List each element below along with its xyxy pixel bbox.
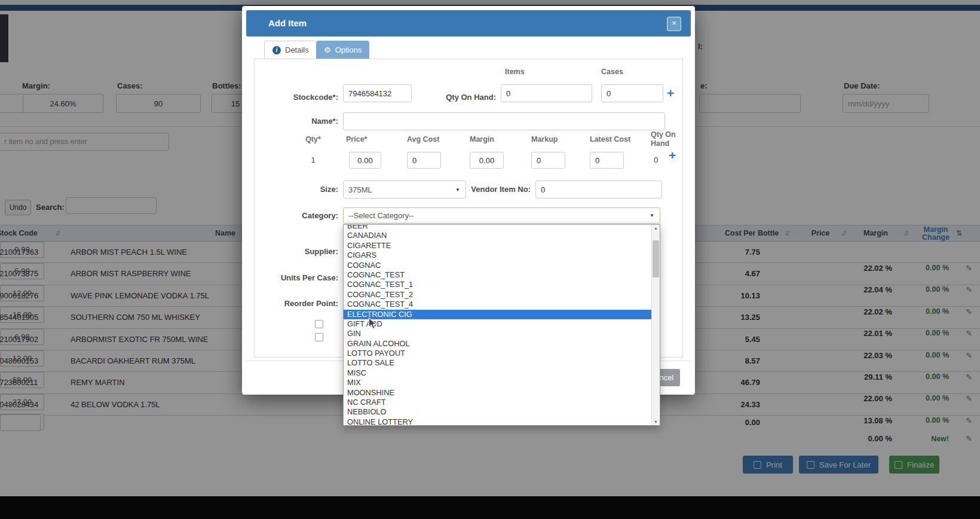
- category-option[interactable]: MIX: [344, 378, 652, 387]
- units-per-case-label: Units Per Case:: [243, 270, 338, 286]
- qty-value: 1: [301, 155, 325, 164]
- modal-title: Add Item: [268, 10, 307, 36]
- vendor-item-label: Vendor Item No:: [435, 181, 531, 199]
- category-option[interactable]: GIFT ADD: [344, 319, 652, 329]
- scrollbar-thumb[interactable]: [653, 240, 659, 277]
- cases-column-header: Cases: [601, 68, 623, 76]
- close-icon[interactable]: ×: [667, 17, 681, 31]
- markup-header: Markup: [531, 135, 558, 144]
- qty-on-hand-value: 0: [654, 155, 658, 164]
- category-dropdown-popup: BEER CANADIAN CIGARETTE CIGARS COGNAC CO…: [343, 224, 660, 426]
- category-option[interactable]: COGNAC_TEST_4: [344, 300, 652, 309]
- info-icon: i: [272, 46, 281, 54]
- avg-cost-header: Avg Cost: [407, 135, 439, 144]
- chevron-down-icon: ▼: [650, 213, 654, 218]
- latest-cost-header: Latest Cost: [590, 135, 630, 144]
- category-option[interactable]: COGNAC_TEST: [344, 270, 652, 280]
- category-option[interactable]: MOONSHINE: [344, 388, 652, 398]
- category-option[interactable]: LOTTO SALE: [344, 358, 652, 368]
- scroll-down-icon[interactable]: ▼: [652, 420, 660, 424]
- category-option[interactable]: CIGARETTE: [344, 241, 652, 251]
- category-select[interactable]: --Select Category-- ▼: [343, 207, 660, 224]
- avg-cost-input[interactable]: [407, 152, 441, 169]
- category-option[interactable]: CANADIAN: [344, 231, 652, 240]
- margin-header: Margin: [470, 135, 494, 144]
- tab-details[interactable]: i Details: [264, 41, 317, 59]
- supplier-label: Supplier:: [243, 243, 338, 260]
- option-checkbox-2[interactable]: [315, 333, 323, 341]
- markup-input[interactable]: [531, 152, 565, 169]
- category-option-list: BEER CANADIAN CIGARETTE CIGARS COGNAC CO…: [344, 224, 652, 426]
- add-qty-row-icon[interactable]: +: [667, 87, 674, 99]
- category-option[interactable]: ELECTRONIC CIG: [344, 310, 652, 319]
- qty-on-hand-header: Qty On Hand: [651, 130, 679, 148]
- category-option[interactable]: GIN: [344, 329, 652, 338]
- vendor-item-input[interactable]: [535, 181, 662, 199]
- name-label: Name*:: [243, 112, 338, 130]
- margin-input[interactable]: [470, 152, 504, 169]
- add-price-row-icon[interactable]: +: [669, 149, 676, 161]
- qty-on-hand-items-input[interactable]: [501, 84, 592, 102]
- category-option[interactable]: COGNAC_TEST_2: [344, 290, 652, 300]
- items-column-header: Items: [505, 68, 525, 76]
- category-option[interactable]: NEBBIOLO: [344, 407, 652, 417]
- price-header: Price*: [346, 135, 367, 144]
- category-option[interactable]: NC CRAFT: [344, 398, 652, 407]
- qty-on-hand-label: Qty On Hand:: [400, 88, 496, 106]
- qty-on-hand-cases-input[interactable]: [601, 84, 663, 102]
- category-option[interactable]: LOTTO PAYOUT: [344, 349, 652, 358]
- option-checkbox-1[interactable]: [315, 320, 323, 328]
- price-input[interactable]: [349, 152, 381, 169]
- tab-options-label: Options: [335, 45, 362, 54]
- latest-cost-input[interactable]: [590, 152, 624, 169]
- gear-icon: ⚙: [324, 46, 331, 54]
- category-option[interactable]: ONLINE LOTTERY: [344, 417, 652, 426]
- tab-options[interactable]: ⚙ Options: [316, 41, 369, 59]
- scroll-up-icon[interactable]: ▲: [652, 226, 660, 230]
- category-option[interactable]: BEER: [344, 224, 652, 231]
- category-option[interactable]: MISC: [344, 368, 652, 378]
- category-option[interactable]: COGNAC: [344, 261, 652, 270]
- dropdown-scrollbar[interactable]: ▲ ▼: [651, 225, 660, 425]
- qty-header: Qty*: [301, 135, 325, 144]
- tab-details-label: Details: [285, 45, 309, 54]
- stockcode-label: Stockcode*:: [243, 88, 338, 106]
- category-label: Category:: [243, 207, 338, 224]
- modal-header: Add Item ×: [246, 10, 691, 36]
- screen: Margin: 24.60% Cases: 90 Bottles: 15 l: …: [0, 0, 980, 519]
- mouse-cursor-icon: [368, 317, 378, 329]
- size-label: Size:: [243, 181, 338, 199]
- category-option[interactable]: CIGARS: [344, 251, 652, 260]
- category-option[interactable]: GRAIN ALCOHOL: [344, 339, 652, 349]
- name-input[interactable]: [343, 112, 665, 130]
- reorder-point-label: Reorder Point:: [243, 295, 338, 312]
- category-option[interactable]: COGNAC_TEST_1: [344, 280, 652, 289]
